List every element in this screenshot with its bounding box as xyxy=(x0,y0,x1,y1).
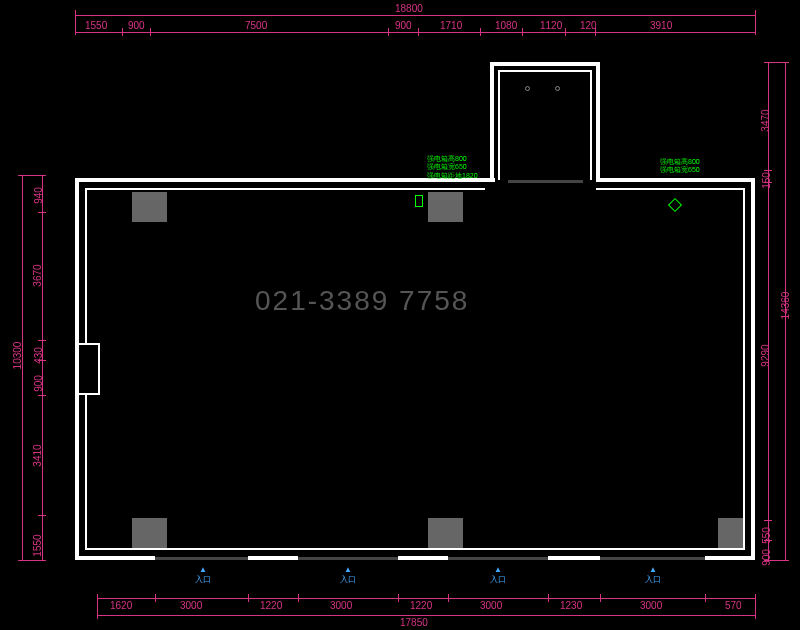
wall-protrude-right-i xyxy=(590,70,592,180)
wall-top-right xyxy=(596,178,755,182)
tick xyxy=(565,28,566,36)
dim-bot-3: 1220 xyxy=(260,600,282,611)
l1: 强电箱高800 xyxy=(660,158,700,166)
tick xyxy=(764,540,772,541)
wall-protrude-top xyxy=(490,62,600,66)
l2: 强电箱宽650 xyxy=(427,163,478,171)
entrance-1: ▲入口 xyxy=(195,565,211,585)
dim-line-left-segs xyxy=(42,175,43,560)
wall-top-inner xyxy=(85,188,485,190)
door-protrude-line xyxy=(508,180,583,183)
door-line-4 xyxy=(600,557,705,560)
tick xyxy=(755,10,756,35)
tick xyxy=(38,515,46,516)
dim-top-9: 3910 xyxy=(650,20,672,31)
tick xyxy=(398,594,399,602)
door-line-3 xyxy=(448,557,548,560)
dim-top-7: 1120 xyxy=(540,20,562,31)
dim-left-4: 900 xyxy=(33,375,44,392)
dim-bot-6: 3000 xyxy=(480,600,502,611)
entrance-4: ▲入口 xyxy=(645,565,661,585)
tick xyxy=(418,28,419,36)
tick xyxy=(522,28,523,36)
dim-line-top-total xyxy=(75,15,755,16)
pillar-2 xyxy=(428,192,463,222)
tick xyxy=(764,560,789,561)
tick xyxy=(155,594,156,602)
wall-notch-right xyxy=(98,343,100,395)
tick xyxy=(448,594,449,602)
tick xyxy=(75,10,76,35)
dim-top-5: 1710 xyxy=(440,20,462,31)
tick xyxy=(755,594,756,619)
l3: 强电箱距地1820 xyxy=(427,172,478,180)
wall-top-right-i xyxy=(596,188,745,190)
tick xyxy=(764,62,789,63)
entrance-label: 入口 xyxy=(340,575,356,584)
dim-bottom-total: 17850 xyxy=(400,617,428,628)
pillar-4 xyxy=(428,518,463,548)
tick xyxy=(18,560,46,561)
tick xyxy=(298,594,299,602)
wall-protrude-right xyxy=(596,62,600,182)
tick xyxy=(480,28,481,36)
dim-top-6: 1080 xyxy=(495,20,517,31)
dim-line-bottom-total xyxy=(97,615,755,616)
wall-left xyxy=(75,178,79,560)
wall-notch-bot xyxy=(75,393,100,395)
l2: 强电箱宽650 xyxy=(660,166,700,174)
wall-left-inner xyxy=(85,188,87,343)
pillar-5 xyxy=(718,518,743,548)
wall-protrude-left-i xyxy=(498,70,500,180)
dim-top-total: 18800 xyxy=(395,3,423,14)
symbol-1 xyxy=(525,86,530,91)
tick xyxy=(764,170,772,171)
symbol-2 xyxy=(555,86,560,91)
dim-right-4: 550 xyxy=(761,527,772,544)
tick xyxy=(150,28,151,36)
watermark-text: 021-3389 7758 xyxy=(255,285,469,317)
elec-label-2: 强电箱高800 强电箱宽650 xyxy=(660,158,700,175)
dim-top-3: 7500 xyxy=(245,20,267,31)
door-line-1 xyxy=(155,557,248,560)
tick xyxy=(38,360,46,361)
electrical-box-2 xyxy=(668,198,682,212)
dim-right-total: 14360 xyxy=(780,292,791,320)
wall-right xyxy=(751,178,755,560)
dim-bot-5: 1220 xyxy=(410,600,432,611)
dim-bot-7: 1230 xyxy=(560,600,582,611)
tick xyxy=(705,594,706,602)
wall-protrude-top-i xyxy=(498,70,592,72)
elec-label-1: 强电箱高800 强电箱宽650 强电箱距地1820 xyxy=(427,155,478,180)
dim-left-2: 3670 xyxy=(32,264,43,286)
dim-line-right-segs xyxy=(768,62,769,560)
dim-right-3: 9290 xyxy=(760,344,771,366)
dim-left-6: 1550 xyxy=(32,534,43,556)
dim-right-1: 3470 xyxy=(760,109,771,131)
door-line-2 xyxy=(298,557,398,560)
tick xyxy=(764,182,772,183)
tick xyxy=(388,28,389,36)
dim-left-5: 3410 xyxy=(32,444,43,466)
wall-bottom-inner xyxy=(85,548,745,550)
tick xyxy=(18,175,46,176)
dim-left-1: 940 xyxy=(33,187,44,204)
tick xyxy=(122,28,123,36)
pillar-3 xyxy=(132,518,167,548)
tick xyxy=(595,28,596,36)
dim-line-bottom-segs xyxy=(97,598,755,599)
tick xyxy=(38,340,46,341)
wall-notch-top xyxy=(75,343,100,345)
entrance-label: 入口 xyxy=(195,575,211,584)
dim-bot-4: 3000 xyxy=(330,600,352,611)
wall-left-inner2 xyxy=(85,395,87,550)
entrance-3: ▲入口 xyxy=(490,565,506,585)
dim-bot-9: 570 xyxy=(725,600,742,611)
tick xyxy=(97,594,98,619)
dim-left-3: 430 xyxy=(33,347,44,364)
dim-top-2: 900 xyxy=(128,20,145,31)
pillar-1 xyxy=(132,192,167,222)
wall-right-inner xyxy=(743,188,745,550)
tick xyxy=(38,212,46,213)
entrance-label: 入口 xyxy=(490,575,506,584)
